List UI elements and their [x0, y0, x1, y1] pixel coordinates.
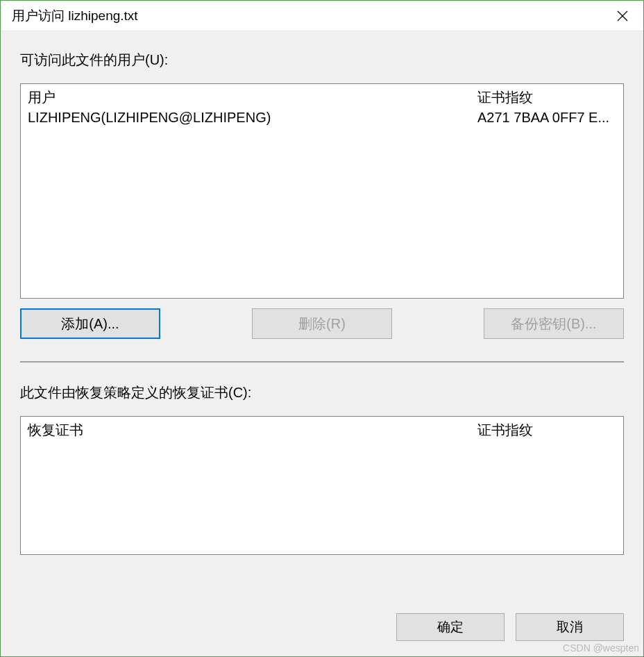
user-cell: LIZHIPENG(LIZHIPENG@LIZHIPENG) [28, 110, 477, 126]
recovery-col-thumbprint[interactable]: 证书指纹 [477, 421, 618, 440]
titlebar: 用户访问 lizhipeng.txt [1, 1, 643, 31]
close-button[interactable] [602, 1, 643, 31]
cancel-button[interactable]: 取消 [516, 613, 624, 641]
users-button-row: 添加(A)... 删除(R) 备份密钥(B)... [20, 308, 624, 339]
thumbprint-cell: A271 7BAA 0FF7 E... [477, 110, 618, 126]
backup-key-button[interactable]: 备份密钥(B)... [484, 308, 624, 339]
recovery-col-cert[interactable]: 恢复证书 [28, 421, 477, 440]
recovery-section-label: 此文件由恢复策略定义的恢复证书(C): [20, 383, 624, 402]
recovery-list-header: 恢复证书 证书指纹 [21, 417, 623, 441]
close-icon [617, 10, 628, 22]
dialog-window: 用户访问 lizhipeng.txt 可访问此文件的用户(U): 用户 证书指纹… [0, 0, 644, 657]
users-list-header: 用户 证书指纹 [21, 84, 623, 108]
dialog-content: 可访问此文件的用户(U): 用户 证书指纹 LIZHIPENG(LIZHIPEN… [1, 31, 643, 656]
users-section-label: 可访问此文件的用户(U): [20, 51, 624, 69]
ok-button[interactable]: 确定 [396, 613, 505, 641]
remove-button[interactable]: 删除(R) [252, 308, 392, 339]
table-row[interactable]: LIZHIPENG(LIZHIPENG@LIZHIPENG) A271 7BAA… [21, 108, 623, 127]
window-title: 用户访问 lizhipeng.txt [12, 7, 138, 25]
watermark: CSDN @wespten [563, 642, 639, 654]
recovery-listbox[interactable]: 恢复证书 证书指纹 [20, 416, 624, 555]
users-col-thumbprint[interactable]: 证书指纹 [477, 88, 618, 107]
dialog-button-row: 确定 取消 [396, 613, 624, 641]
divider [20, 361, 624, 363]
add-button[interactable]: 添加(A)... [20, 308, 160, 339]
users-col-user[interactable]: 用户 [28, 88, 477, 107]
users-listbox[interactable]: 用户 证书指纹 LIZHIPENG(LIZHIPENG@LIZHIPENG) A… [20, 83, 624, 299]
